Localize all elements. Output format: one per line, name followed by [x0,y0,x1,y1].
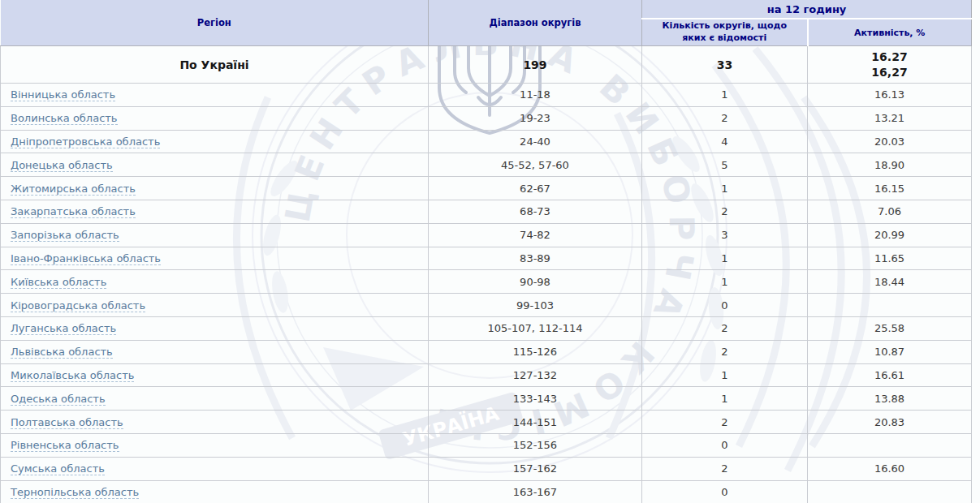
region-link[interactable]: Волинська область [11,112,118,125]
table-row: Вінницька область11-18116.13 [1,84,972,107]
district-range-cell: 144-151 [429,411,642,434]
region-cell: Львівська область [1,340,429,363]
district-range-cell: 133-143 [429,387,642,411]
region-cell: Миколаївська область [1,363,429,387]
activity-cell: 18.90 [808,153,972,177]
region-cell: Полтавська область [1,411,429,434]
table-row: Київська область90-98118.44 [1,270,972,294]
known-count-cell: 0 [642,480,808,503]
summary-activity-value-comma: 16,27 [811,65,968,80]
region-link[interactable]: Вінницька область [11,88,115,101]
activity-cell: 16.13 [808,84,972,107]
table-row: Львівська область115-126210.87 [1,340,972,363]
known-count-cell: 2 [642,316,808,340]
activity-cell: 11.65 [808,247,972,270]
region-cell: Дніпропетровська область [1,130,429,153]
district-range-cell: 24-40 [429,130,642,153]
table-row: Івано-Франківська область83-89111.65 [1,247,972,270]
known-count-cell: 1 [642,177,808,200]
table-row: Запорізька область74-82320.99 [1,223,972,247]
region-link[interactable]: Рівненська область [11,439,119,452]
known-count-cell: 2 [642,340,808,363]
region-cell: Кіровоградська область [1,294,429,317]
table-row: Волинська область19-23213.21 [1,106,972,130]
district-range-cell: 163-167 [429,480,642,503]
summary-district-range: 199 [429,46,642,84]
table-row: Луганська область105-107, 112-114225.58 [1,316,972,340]
region-cell: Закарпатська область [1,200,429,223]
region-link[interactable]: Івано-Франківська область [11,252,161,265]
summary-activity: 16.27 16,27 [808,46,972,84]
activity-cell: 25.58 [808,316,972,340]
activity-cell: 20.99 [808,223,972,247]
district-range-cell: 83-89 [429,247,642,270]
activity-cell: 13.21 [808,106,972,130]
turnout-table: Регіон Діапазон округів на 12 годину Кіл… [0,0,972,503]
table-row: Полтавська область144-151220.83 [1,411,972,434]
table-row: Закарпатська область68-7327.06 [1,200,972,223]
region-cell: Рівненська область [1,433,429,457]
column-header-activity: Активність, % [808,19,972,46]
region-link[interactable]: Запорізька область [11,229,119,242]
column-header-district-range: Діапазон округів [429,0,642,46]
region-link[interactable]: Тернопільська область [11,486,139,499]
region-link[interactable]: Одеська область [11,393,106,406]
activity-cell: 13.88 [808,387,972,411]
known-count-cell: 1 [642,270,808,294]
region-link[interactable]: Сумська область [11,462,105,475]
activity-cell: 20.03 [808,130,972,153]
region-link[interactable]: Кіровоградська область [11,299,145,312]
district-range-cell: 68-73 [429,200,642,223]
activity-cell: 20.83 [808,411,972,434]
region-cell: Вінницька область [1,84,429,107]
region-link[interactable]: Полтавська область [11,416,123,429]
region-cell: Луганська область [1,316,429,340]
district-range-cell: 19-23 [429,106,642,130]
region-link[interactable]: Миколаївська область [11,369,134,382]
activity-cell [808,294,972,317]
region-link[interactable]: Донецька область [11,159,113,172]
region-cell: Київська область [1,270,429,294]
known-count-cell: 1 [642,247,808,270]
column-header-region: Регіон [1,0,429,46]
region-link[interactable]: Луганська область [11,322,116,335]
region-link[interactable]: Дніпропетровська область [11,135,160,148]
known-count-cell: 2 [642,106,808,130]
region-cell: Житомирська область [1,177,429,200]
known-count-cell: 2 [642,457,808,480]
known-count-cell: 2 [642,411,808,434]
region-cell: Запорізька область [1,223,429,247]
activity-cell: 16.15 [808,177,972,200]
table-row: Тернопільська область163-1670 [1,480,972,503]
region-cell: Івано-Франківська область [1,247,429,270]
known-count-cell: 4 [642,130,808,153]
region-link[interactable]: Київська область [11,276,106,289]
known-count-cell: 1 [642,363,808,387]
known-count-cell: 3 [642,223,808,247]
district-range-cell: 90-98 [429,270,642,294]
region-cell: Донецька область [1,153,429,177]
table-body: По Україні 199 33 16.27 16,27 Вінницька … [1,46,972,503]
district-range-cell: 74-82 [429,223,642,247]
table-header: Регіон Діапазон округів на 12 годину Кіл… [1,0,972,46]
district-range-cell: 105-107, 112-114 [429,316,642,340]
activity-cell: 10.87 [808,340,972,363]
column-group-header-12h: на 12 годину [642,0,972,19]
region-cell: Тернопільська область [1,480,429,503]
summary-activity-value-dot: 16.27 [811,49,968,64]
region-link[interactable]: Житомирська область [11,183,136,196]
district-range-cell: 11-18 [429,84,642,107]
known-count-cell: 0 [642,294,808,317]
region-link[interactable]: Львівська область [11,346,113,359]
activity-cell: 16.61 [808,363,972,387]
activity-cell: 16.60 [808,457,972,480]
summary-region-label: По Україні [1,46,429,84]
region-link[interactable]: Закарпатська область [11,205,136,218]
known-count-cell: 2 [642,200,808,223]
region-cell: Сумська область [1,457,429,480]
summary-known-count: 33 [642,46,808,84]
activity-cell [808,433,972,457]
known-count-cell: 0 [642,433,808,457]
table-row: Миколаївська область127-132116.61 [1,363,972,387]
district-range-cell: 157-162 [429,457,642,480]
